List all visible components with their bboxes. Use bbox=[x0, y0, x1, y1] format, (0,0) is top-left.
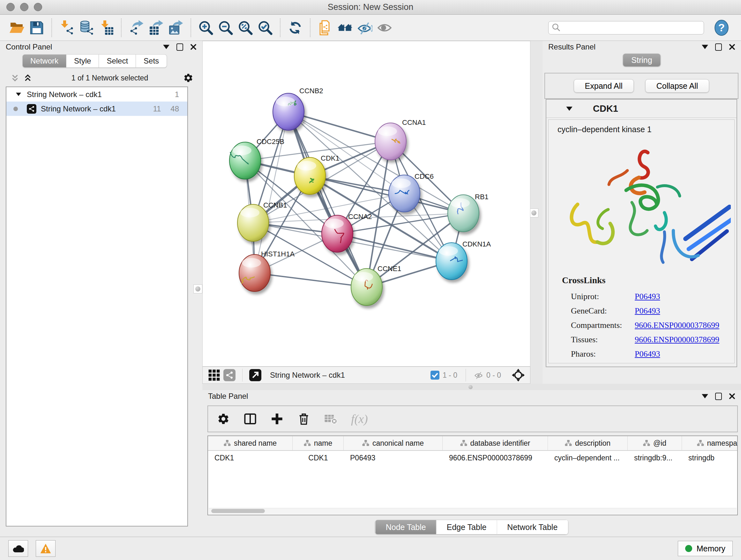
zoom-fit-button[interactable] bbox=[235, 18, 255, 38]
export-image-button[interactable] bbox=[166, 18, 186, 38]
zoom-window-button[interactable] bbox=[34, 3, 42, 11]
search-input[interactable] bbox=[564, 23, 700, 33]
tab-edge-table[interactable]: Edge Table bbox=[436, 520, 497, 535]
refresh-view-button[interactable] bbox=[285, 18, 305, 38]
save-session-button[interactable] bbox=[27, 18, 47, 38]
expand-all-networks-button[interactable] bbox=[23, 74, 32, 82]
help-button[interactable] bbox=[714, 19, 730, 36]
delete-column-button[interactable] bbox=[297, 413, 310, 425]
toolbar-separator bbox=[191, 18, 191, 37]
column-header-database-identifier[interactable]: database identifier bbox=[443, 436, 548, 450]
gene-section-caret[interactable] bbox=[566, 107, 572, 111]
duplicate-network-button[interactable] bbox=[315, 18, 335, 38]
crosslink-label: Pharos: bbox=[562, 347, 635, 361]
table-panel-float-button[interactable] bbox=[715, 393, 722, 400]
warnings-button[interactable] bbox=[36, 540, 56, 557]
results-panel-close-button[interactable] bbox=[729, 44, 735, 50]
add-column-button[interactable] bbox=[271, 413, 283, 425]
open-session-button[interactable] bbox=[7, 18, 27, 38]
table-panel-menu-button[interactable] bbox=[702, 394, 708, 398]
main-toolbar bbox=[0, 15, 741, 41]
minimize-window-button[interactable] bbox=[20, 3, 28, 11]
import-network-from-file-button[interactable] bbox=[57, 18, 77, 38]
tab-select[interactable]: Select bbox=[99, 54, 136, 68]
tab-style[interactable]: Style bbox=[66, 54, 99, 68]
crosslink-link[interactable]: 9606.ENSP00000378699 bbox=[635, 318, 719, 332]
table-horizontal-scrollbar[interactable] bbox=[209, 508, 737, 514]
birds-eye-view-button[interactable] bbox=[208, 369, 220, 381]
results-panel-float-button[interactable] bbox=[715, 44, 722, 51]
column-header-namespace[interactable]: namespace bbox=[682, 436, 738, 450]
crosslink-link[interactable]: P06493 bbox=[635, 304, 660, 318]
fit-content-crosshair-button[interactable] bbox=[512, 369, 525, 381]
network-options-gear-button[interactable] bbox=[183, 73, 193, 83]
import-network-from-database-button[interactable] bbox=[77, 18, 96, 38]
search-box[interactable] bbox=[548, 21, 704, 35]
column-header-description[interactable]: description bbox=[548, 436, 628, 450]
node-label-CDC6: CDC6 bbox=[414, 172, 434, 180]
export-network-button[interactable] bbox=[126, 18, 146, 38]
hide-selected-button[interactable] bbox=[355, 18, 375, 38]
selected-checkbox-icon[interactable] bbox=[430, 371, 440, 380]
expand-all-button[interactable]: Expand All bbox=[574, 79, 634, 92]
zoom-in-button[interactable] bbox=[196, 18, 216, 38]
export-table-button[interactable] bbox=[146, 18, 166, 38]
column-header-canonical-name[interactable]: canonical name bbox=[344, 436, 443, 450]
crosslink-link[interactable]: 9606.ENSP00000378699 bbox=[635, 332, 719, 347]
column-header--id[interactable]: @id bbox=[628, 436, 682, 450]
network-node-RB1[interactable]: RB1 bbox=[448, 193, 488, 232]
close-window-button[interactable] bbox=[6, 3, 15, 11]
tab-string[interactable]: String bbox=[623, 54, 660, 66]
control-panel-close-button[interactable] bbox=[190, 44, 197, 50]
cloud-button[interactable] bbox=[8, 540, 28, 557]
network-node-HIST1H1A[interactable]: HIST1H1A bbox=[239, 250, 294, 292]
network-node-CCNA2[interactable]: CCNA2 bbox=[322, 212, 372, 252]
title-bar: Session: New Session bbox=[0, 0, 741, 15]
cloud-icon bbox=[12, 544, 24, 553]
home-button[interactable] bbox=[335, 18, 355, 38]
control-panel-float-button[interactable] bbox=[177, 44, 183, 51]
zoom-selected-button[interactable] bbox=[255, 18, 275, 38]
collection-count: 1 bbox=[175, 90, 179, 99]
network-overview-share-button[interactable] bbox=[223, 369, 235, 381]
show-hidden-button[interactable] bbox=[375, 18, 394, 38]
network-node-CDK1[interactable]: CDK1 bbox=[294, 154, 340, 194]
tab-sets[interactable]: Sets bbox=[136, 54, 167, 68]
column-header-name[interactable]: name bbox=[293, 436, 344, 450]
import-table-from-file-button[interactable] bbox=[96, 18, 116, 38]
collapse-all-button[interactable]: Collapse All bbox=[645, 79, 710, 92]
network-current-dot bbox=[13, 107, 18, 111]
right-splitter-handle[interactable] bbox=[529, 208, 538, 217]
table-settings-button[interactable] bbox=[217, 413, 230, 425]
table-panel-close-button[interactable] bbox=[729, 393, 735, 399]
tab-network-table[interactable]: Network Table bbox=[497, 520, 568, 535]
network-row-selected[interactable]: String Network – cdk1 11 48 bbox=[6, 102, 187, 116]
node-label-CDKN1A: CDKN1A bbox=[462, 240, 491, 248]
detach-view-button[interactable] bbox=[249, 369, 261, 381]
node-label-HIST1H1A: HIST1H1A bbox=[261, 250, 294, 258]
collapse-all-networks-button[interactable] bbox=[11, 74, 19, 82]
network-node-CDKN1A[interactable]: CDKN1A bbox=[436, 240, 491, 280]
memory-button[interactable]: Memory bbox=[678, 541, 733, 556]
tab-network[interactable]: Network bbox=[22, 54, 66, 68]
control-panel-menu-button[interactable] bbox=[163, 45, 170, 49]
network-node-CCNB2[interactable]: CCNB2 bbox=[273, 87, 323, 130]
table-row[interactable]: CDK1CDK1P064939606.ENSP00000378699cyclin… bbox=[208, 451, 738, 465]
network-node-CCNE1[interactable]: CCNE1 bbox=[351, 265, 401, 306]
results-panel-menu-button[interactable] bbox=[702, 45, 708, 49]
gene-name: CDK1 bbox=[593, 104, 618, 114]
network-collection-row[interactable]: String Network – cdk1 1 bbox=[6, 87, 187, 102]
toolbar-separator bbox=[121, 18, 122, 37]
crosslink-link[interactable]: P06493 bbox=[635, 289, 660, 304]
network-node-CCNA1[interactable]: CCNA1 bbox=[375, 118, 426, 160]
collection-caret-icon[interactable] bbox=[16, 92, 21, 96]
left-splitter-handle[interactable] bbox=[193, 285, 202, 294]
horizontal-splitter[interactable] bbox=[202, 384, 741, 390]
gene-description: cyclin–dependent kinase 1 bbox=[549, 120, 734, 134]
tab-node-table[interactable]: Node Table bbox=[375, 520, 436, 535]
toggle-column-button[interactable] bbox=[244, 413, 257, 425]
network-canvas[interactable]: CCNB2CCNA1CDC25BCDK1CDC6RB1CCNB1CCNA2CDK… bbox=[202, 41, 530, 367]
crosslink-link[interactable]: P06493 bbox=[635, 347, 660, 361]
column-header-shared-name[interactable]: shared name bbox=[208, 436, 293, 450]
zoom-out-button[interactable] bbox=[216, 18, 235, 38]
